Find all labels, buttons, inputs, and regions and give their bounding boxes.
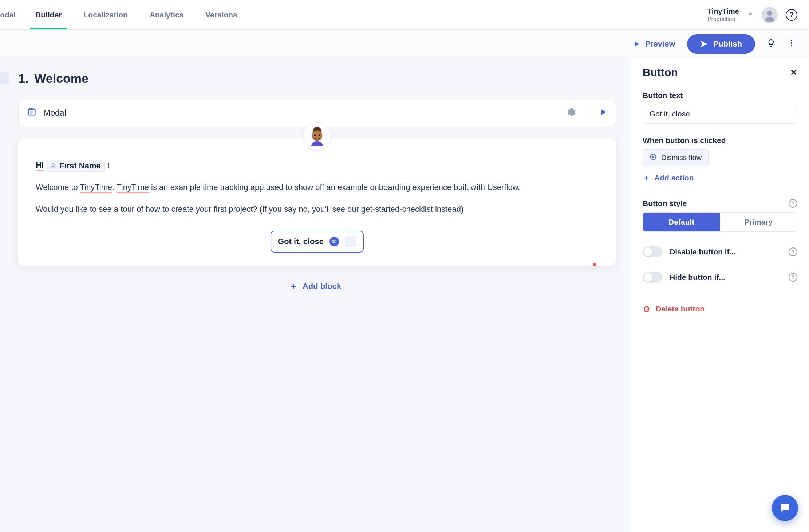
add-block-label: Add block [303, 282, 341, 291]
drag-handle[interactable] [345, 236, 356, 247]
name-variable-token[interactable]: First Name [46, 160, 105, 172]
svg-point-3 [791, 42, 792, 44]
help-icon[interactable]: ? [786, 9, 797, 21]
tab-versions[interactable]: Versions [194, 0, 248, 29]
cursor-indicator [593, 263, 596, 266]
plus-icon [643, 174, 650, 182]
block-card-header: Modal [19, 100, 616, 126]
step-header: 1. Welcome [18, 71, 631, 86]
top-right: TinyTime Production ? [707, 7, 797, 23]
add-action-label: Add action [654, 174, 694, 182]
greeting-line[interactable]: Hi First Name ! [36, 160, 599, 172]
style-label: Button style [643, 199, 687, 208]
cta-label: Got it, close [278, 237, 324, 246]
svg-point-11 [52, 164, 54, 166]
nav-tabs: odal Builder Localization Analytics Vers… [0, 0, 248, 29]
hide-toggle[interactable] [643, 272, 662, 283]
plus-icon [289, 282, 297, 290]
action-label: When button is clicked [643, 136, 797, 145]
modal-icon [27, 107, 37, 119]
close-panel-icon[interactable]: ✕ [790, 67, 797, 78]
preview-label: Preview [645, 39, 675, 49]
preview-block-icon[interactable] [599, 110, 608, 118]
action-chip-dismiss[interactable]: Dismiss flow [643, 149, 709, 166]
add-block-button[interactable]: Add block [0, 282, 631, 291]
chevron-down-icon[interactable] [747, 11, 754, 19]
modal-cta-button[interactable]: Got it, close ✕ [271, 231, 364, 253]
modal-preview[interactable]: Hi First Name ! Welcome to TinyTime. Tin… [18, 138, 616, 266]
play-icon [633, 40, 640, 48]
add-action-button[interactable]: Add action [643, 174, 797, 182]
gear-icon[interactable] [561, 108, 583, 118]
chat-icon [778, 501, 792, 515]
user-icon [50, 163, 56, 169]
user-avatar[interactable] [762, 7, 778, 23]
svg-point-0 [767, 11, 772, 15]
environment-selector[interactable]: TinyTime Production [707, 7, 739, 23]
properties-panel: Button ✕ Button text When button is clic… [631, 58, 809, 532]
environment-stage: Production [707, 16, 739, 23]
tab-analytics[interactable]: Analytics [139, 0, 194, 29]
environment-name: TinyTime [707, 7, 739, 16]
publish-button[interactable]: Publish [687, 34, 755, 54]
help-icon[interactable]: ? [789, 273, 797, 282]
svg-point-2 [791, 40, 792, 41]
block-type-label: Modal [43, 108, 554, 118]
tab-crumb-truncated[interactable]: odal [0, 0, 24, 29]
button-text-label: Button text [643, 91, 797, 100]
preview-button[interactable]: Preview [633, 39, 675, 49]
help-icon[interactable]: ? [789, 199, 797, 208]
tab-localization[interactable]: Localization [73, 0, 139, 29]
persona-avatar [303, 122, 331, 151]
svg-point-4 [791, 45, 792, 46]
modal-paragraph-1[interactable]: Welcome to TinyTime. TinyTime is an exam… [36, 181, 599, 194]
trash-icon [643, 305, 651, 313]
svg-marker-6 [601, 109, 606, 115]
style-option-primary[interactable]: Primary [720, 213, 797, 231]
publish-label: Publish [713, 39, 742, 49]
disable-toggle[interactable] [643, 246, 662, 257]
chat-fab[interactable] [772, 495, 798, 521]
action-bar: Preview Publish [0, 30, 809, 58]
step-connector [0, 72, 9, 84]
builder-canvas: 1. Welcome Modal [0, 58, 631, 532]
hide-label: Hide button if... [670, 273, 725, 282]
modal-paragraph-2[interactable]: Would you like to see a tour of how to c… [36, 203, 599, 215]
greet-suffix: ! [107, 161, 110, 171]
panel-title: Button [643, 66, 678, 79]
top-nav: odal Builder Localization Analytics Vers… [0, 0, 809, 30]
step-number: 1. [18, 71, 28, 86]
name-token-label: First Name [59, 161, 101, 171]
brand-link-1: TinyTime [80, 183, 112, 193]
disable-label: Disable button if... [670, 247, 736, 256]
main: 1. Welcome Modal [0, 58, 809, 532]
button-text-input[interactable] [643, 104, 797, 124]
dismiss-icon [650, 153, 657, 162]
step-title[interactable]: Welcome [34, 71, 88, 86]
lightbulb-icon[interactable] [767, 39, 776, 49]
svg-marker-1 [635, 41, 639, 46]
action-chip-label: Dismiss flow [661, 154, 702, 162]
style-option-default[interactable]: Default [643, 213, 720, 231]
svg-point-10 [319, 134, 320, 136]
send-icon [700, 40, 708, 48]
more-menu-icon[interactable] [787, 39, 796, 49]
tab-builder[interactable]: Builder [24, 0, 72, 29]
svg-point-9 [314, 134, 316, 136]
style-segmented: Default Primary [643, 212, 797, 232]
brand-link-2: TinyTime [117, 183, 149, 193]
delete-button-action[interactable]: Delete button [643, 305, 797, 313]
greet-prefix: Hi [36, 160, 44, 171]
help-icon[interactable]: ? [789, 247, 797, 256]
delete-label: Delete button [656, 305, 705, 313]
dismiss-action-icon: ✕ [329, 237, 339, 246]
